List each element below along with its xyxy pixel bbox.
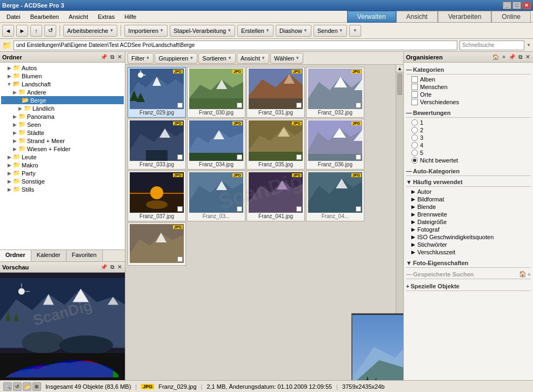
- checkbox-menschen[interactable]: [411, 84, 418, 90]
- preview-float-button[interactable]: ⧉: [109, 264, 115, 271]
- stapel-button[interactable]: Stapel-Verarbeitung ▼: [170, 25, 235, 37]
- tree-item-seen[interactable]: ▶ 📁 Seen: [1, 120, 124, 129]
- check-029[interactable]: [177, 103, 183, 108]
- check-036[interactable]: [356, 154, 361, 160]
- tree-item-party[interactable]: ▶ 📁 Party: [1, 169, 124, 177]
- waehlen-button[interactable]: Wählen ▼: [270, 53, 303, 64]
- thumb-franz045[interactable]: JPG Franz_045.jpg: [128, 222, 186, 266]
- tree-item-sonstige[interactable]: ▶ 📁 Sonstige: [1, 177, 124, 185]
- checkbox-alben[interactable]: [411, 76, 418, 83]
- thumb-franz037[interactable]: JPG Franz_037.jpg: [128, 171, 186, 221]
- tree-item-makro[interactable]: ▶ 📁 Makro: [1, 161, 124, 169]
- organise-icon1[interactable]: 🏠: [491, 54, 500, 60]
- tree-item-stills[interactable]: ▶ 📁 Stills: [1, 185, 124, 193]
- close-button[interactable]: ✕: [522, 2, 531, 9]
- search-input[interactable]: [459, 40, 524, 50]
- thumb-franz030[interactable]: JPG Franz_030.jpg: [187, 67, 245, 118]
- thumb-franz035[interactable]: JPG Franz_035.jpg: [246, 119, 305, 170]
- check-035[interactable]: [296, 154, 302, 160]
- tree-item-staedte[interactable]: ▶ 📁 Städte: [1, 129, 124, 137]
- thumb-franz036[interactable]: JPG Franz_036.jpg: [306, 119, 364, 170]
- preview-pin-button[interactable]: 📌: [99, 264, 108, 271]
- nav-refresh-button[interactable]: ↺: [44, 25, 56, 37]
- check-038[interactable]: [237, 206, 242, 212]
- haeufig-header[interactable]: ▼ Häufig verwendet: [406, 177, 531, 187]
- gespeicherte-icon2[interactable]: +: [528, 271, 531, 278]
- radio-1[interactable]: [411, 119, 418, 126]
- tree-item-berge[interactable]: ► 📂 Berge: [1, 96, 124, 104]
- scroll-thumb[interactable]: [397, 73, 402, 95]
- auto-kategorien-header[interactable]: — Auto-Kategorien: [406, 166, 531, 176]
- thumb-franz031[interactable]: JPG Franz_031.jpg: [246, 67, 305, 118]
- sortieren-button[interactable]: Sortieren ▼: [198, 53, 236, 64]
- check-045[interactable]: [177, 256, 183, 262]
- organise-float[interactable]: ⧉: [517, 54, 523, 60]
- arbeitsbereich-button[interactable]: Arbeitsbereiche ▼: [63, 25, 117, 37]
- menu-bearbeiten[interactable]: Bearbeiten: [26, 12, 63, 21]
- status-icon-3[interactable]: 📂: [23, 382, 31, 391]
- bewertungen-header[interactable]: — Bewertungen: [406, 108, 531, 118]
- panel-pin-button[interactable]: 📌: [99, 54, 108, 60]
- scroll-up-button[interactable]: ▲: [396, 65, 403, 72]
- check-037[interactable]: [177, 206, 183, 212]
- tree-item-laendlich[interactable]: ▶ 📁 Ländlich: [1, 104, 124, 112]
- checkbox-orte[interactable]: [411, 91, 418, 98]
- radio-3[interactable]: [411, 134, 418, 141]
- preview-close-button[interactable]: ✕: [116, 264, 123, 271]
- search-dropdown-arrow[interactable]: ▼: [527, 43, 531, 48]
- foto-eigenschaften-header[interactable]: ▼ Foto-Eigenschaften: [406, 258, 531, 268]
- check-032[interactable]: [356, 103, 361, 108]
- tree-item-landschaft[interactable]: ▼ 📂 Landschaft: [1, 80, 124, 88]
- erstellen-button[interactable]: Erstellen ▼: [237, 25, 274, 37]
- gespeicherte-icon1[interactable]: 🏠: [519, 271, 527, 278]
- menu-hilfe[interactable]: Hilfe: [120, 12, 141, 21]
- menu-extras[interactable]: Extras: [94, 12, 119, 21]
- tab-verarbeiten[interactable]: Verarbeiten: [438, 11, 491, 23]
- status-icon-1[interactable]: 🔍: [3, 382, 12, 391]
- radio-5[interactable]: [411, 150, 418, 156]
- path-input[interactable]: [14, 40, 457, 50]
- thumb-franz041[interactable]: JPG Franz_041.jpg: [246, 171, 305, 221]
- panel-close-button[interactable]: ✕: [116, 54, 123, 60]
- tab-verwalten[interactable]: Verwalten: [347, 11, 396, 23]
- tab-ordner[interactable]: Ordner: [0, 250, 31, 261]
- menu-ansicht[interactable]: Ansicht: [64, 12, 92, 21]
- thumb-franz038[interactable]: JPG Franz_03...: [187, 171, 245, 221]
- ansicht-button[interactable]: Ansicht ▼: [237, 53, 269, 64]
- tree-item-leute[interactable]: ▶ 📁 Leute: [1, 153, 124, 161]
- menu-datei[interactable]: Datei: [2, 12, 25, 21]
- minimize-button[interactable]: _: [503, 2, 511, 9]
- importieren-button[interactable]: Importieren ▼: [124, 25, 168, 37]
- tree-item-panorama[interactable]: ▶ 📁 Panorama: [1, 112, 124, 120]
- thumb-franz034[interactable]: JPG Franz_034.jpg: [187, 119, 245, 170]
- nav-up-button[interactable]: ↑: [30, 25, 42, 37]
- tree-item-wiesen[interactable]: ▶ 📁 Wiesen + Felder: [1, 145, 124, 153]
- filter-button[interactable]: Filter ▼: [128, 53, 154, 64]
- check-033[interactable]: [177, 154, 183, 160]
- thumb-franz029[interactable]: JPG Franz_029.jpg: [128, 67, 186, 118]
- check-041[interactable]: [296, 206, 302, 212]
- status-icon-2[interactable]: ↺: [13, 382, 22, 391]
- tree-item-blumen[interactable]: ▶ 📁 Blumen: [1, 72, 124, 80]
- organise-icon2[interactable]: +: [501, 54, 507, 60]
- nav-forward-button[interactable]: ►: [16, 25, 28, 37]
- thumb-franz033[interactable]: JPG Franz_033.jpg: [128, 119, 186, 170]
- gruppieren-button[interactable]: Gruppieren ▼: [155, 53, 197, 64]
- more-button[interactable]: ▼: [349, 25, 361, 37]
- organise-pin[interactable]: 📌: [508, 54, 516, 60]
- diashow-button[interactable]: Diashow ▼: [276, 25, 311, 37]
- check-042[interactable]: [356, 206, 361, 212]
- kategorien-header[interactable]: — Kategorien: [406, 65, 531, 75]
- radio-4[interactable]: [411, 142, 418, 148]
- radio-2[interactable]: [411, 127, 418, 133]
- tab-online[interactable]: Online: [491, 11, 531, 23]
- tab-kalender[interactable]: Kalender: [31, 250, 66, 261]
- senden-button[interactable]: Senden ▼: [314, 25, 347, 37]
- spezielle-header[interactable]: + Spezielle Objekte: [406, 281, 531, 291]
- thumb-franz042[interactable]: JPG Franz_04...: [306, 171, 364, 221]
- nav-back-button[interactable]: ◄: [2, 25, 14, 37]
- check-031[interactable]: [296, 103, 302, 108]
- check-034[interactable]: [237, 154, 242, 160]
- tree-item-strand[interactable]: ▶ 📁 Strand + Meer: [1, 137, 124, 145]
- maximize-button[interactable]: □: [512, 2, 521, 9]
